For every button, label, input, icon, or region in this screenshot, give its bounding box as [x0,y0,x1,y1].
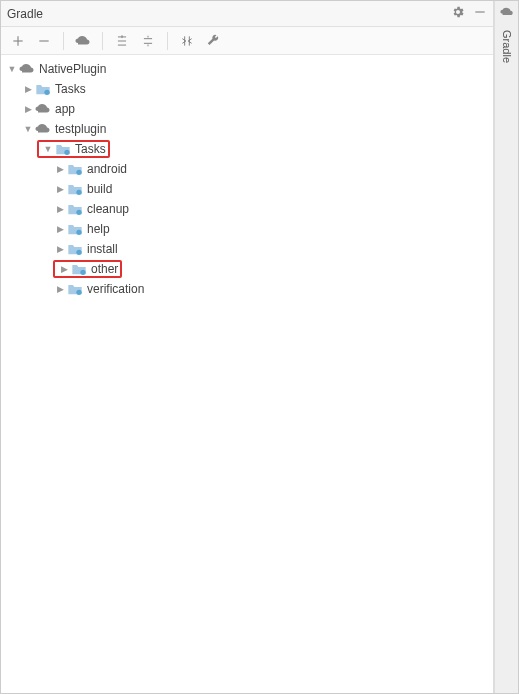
chevron-down-icon[interactable]: ▼ [41,144,55,154]
chevron-right-icon[interactable]: ▶ [53,224,67,234]
chevron-right-icon[interactable]: ▶ [53,184,67,194]
gradle-project-icon [19,61,35,77]
chevron-right-icon[interactable]: ▶ [53,164,67,174]
chevron-down-icon[interactable]: ▼ [21,124,35,134]
toolbar-separator [167,32,168,50]
folder-tasks-icon [67,181,83,197]
panel-title: Gradle [7,7,451,21]
folder-tasks-icon [67,281,83,297]
tree-node-app[interactable]: ▶ app [1,99,493,119]
chevron-right-icon[interactable]: ▶ [53,204,67,214]
svg-point-2 [64,150,69,155]
tree-node-label: verification [87,282,144,296]
folder-tasks-icon [35,81,51,97]
tree-node-label: NativePlugin [39,62,106,76]
tree-node-label: build [87,182,112,196]
folder-tasks-icon [67,201,83,217]
tree-node-task-group[interactable]: ▶ help [1,219,493,239]
gradle-module-icon [35,101,51,117]
gradle-module-icon [35,121,51,137]
folder-tasks-icon [55,141,71,157]
tree-node-task-group[interactable]: ▶ android [1,159,493,179]
svg-point-8 [80,270,85,275]
tree-node-label: install [87,242,118,256]
tree-node-label: app [55,102,75,116]
svg-point-4 [76,190,81,195]
folder-tasks-icon [67,221,83,237]
reload-button[interactable] [72,30,94,52]
gradle-tree[interactable]: ▼ NativePlugin ▶ Tasks ▶ app [1,55,493,693]
svg-point-5 [76,210,81,215]
minimize-icon[interactable] [473,5,487,22]
tree-node-task-group[interactable]: ▶ build [1,179,493,199]
expand-all-button[interactable] [111,30,133,52]
add-button[interactable] [7,30,29,52]
svg-point-1 [44,90,49,95]
tree-node-testplugin[interactable]: ▼ testplugin [1,119,493,139]
gradle-icon[interactable] [500,5,514,22]
svg-rect-0 [475,11,484,12]
toolbar-separator [63,32,64,50]
chevron-right-icon[interactable]: ▶ [21,84,35,94]
panel-title-bar: Gradle [1,1,493,27]
folder-tasks-icon [67,161,83,177]
tree-node-task-group[interactable]: ▶ install [1,239,493,259]
right-sidebar: Gradle [494,1,518,693]
chevron-right-icon[interactable]: ▶ [53,244,67,254]
tree-node-tasks[interactable]: ▶ Tasks [1,79,493,99]
wrench-button[interactable] [202,30,224,52]
chevron-right-icon[interactable]: ▶ [53,284,67,294]
folder-tasks-icon [71,261,87,277]
collapse-all-button[interactable] [137,30,159,52]
panel-title-actions [451,5,487,22]
svg-point-9 [76,290,81,295]
tree-node-task-group[interactable]: ▶ verification [1,279,493,299]
folder-tasks-icon [67,241,83,257]
settings-icon[interactable] [451,5,465,22]
sidebar-tab-gradle[interactable]: Gradle [499,26,515,67]
svg-point-7 [76,250,81,255]
tree-node-task-group[interactable]: ▶ cleanup [1,199,493,219]
chevron-down-icon[interactable]: ▼ [5,64,19,74]
tree-node-task-group-other[interactable]: ▶ other [1,259,493,279]
toolbar-separator [102,32,103,50]
chevron-right-icon[interactable]: ▶ [21,104,35,114]
tree-node-label: Tasks [55,82,86,96]
tree-node-root[interactable]: ▼ NativePlugin [1,59,493,79]
highlight-box: ▶ other [53,260,122,278]
gradle-panel: Gradle [1,1,494,693]
toolbar [1,27,493,55]
toggle-offline-button[interactable] [176,30,198,52]
tree-node-label: help [87,222,110,236]
remove-button[interactable] [33,30,55,52]
chevron-right-icon[interactable]: ▶ [57,264,71,274]
tree-node-label: testplugin [55,122,106,136]
svg-point-6 [76,230,81,235]
tree-node-testplugin-tasks[interactable]: ▼ Tasks [1,139,493,159]
highlight-box: ▼ Tasks [37,140,110,158]
svg-point-3 [76,170,81,175]
tree-node-label: cleanup [87,202,129,216]
tree-node-label: Tasks [75,142,106,156]
tree-node-label: android [87,162,127,176]
tree-node-label: other [91,262,118,276]
